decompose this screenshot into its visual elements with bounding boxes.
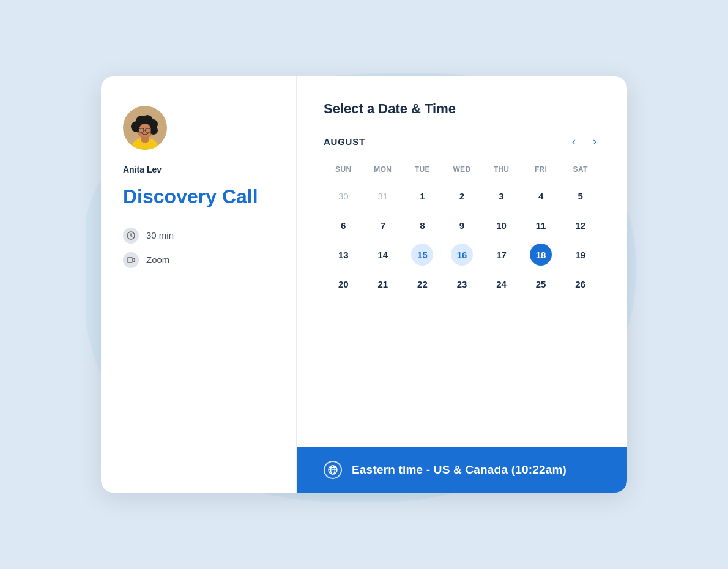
day-number-2-1: 14 — [372, 244, 394, 266]
calendar-day-0-0: 30 — [324, 181, 363, 210]
day-number-3-2: 22 — [411, 273, 433, 295]
calendar-day-2-0[interactable]: 13 — [324, 240, 363, 269]
calendar-day-1-0[interactable]: 6 — [324, 210, 363, 240]
calendar-day-2-3[interactable]: 16 — [442, 240, 482, 269]
day-number-2-4: 17 — [491, 244, 513, 266]
zoom-icon — [123, 252, 139, 268]
day-number-0-2: 1 — [411, 185, 433, 207]
day-number-3-5: 25 — [530, 273, 552, 295]
day-number-0-1: 31 — [372, 185, 394, 207]
day-number-2-6: 19 — [570, 244, 592, 266]
day-number-0-0: 30 — [332, 185, 354, 207]
calendar-day-1-5[interactable]: 11 — [521, 210, 561, 240]
day-number-2-5: 18 — [530, 244, 552, 266]
calendar-day-0-2[interactable]: 1 — [403, 181, 442, 210]
day-number-3-1: 21 — [372, 273, 394, 295]
calendar-day-2-2[interactable]: 15 — [403, 240, 442, 269]
calendar-header: AUGUST ‹ › — [324, 134, 600, 149]
host-name: Anita Lev — [123, 165, 274, 174]
timezone-bar[interactable]: Eastern time - US & Canada (10:22am) — [297, 447, 627, 493]
calendar-week-3: 13141516171819 — [324, 240, 600, 269]
day-number-1-4: 10 — [491, 214, 513, 236]
calendar-day-0-1: 31 — [363, 181, 403, 210]
day-number-0-5: 4 — [530, 185, 552, 207]
calendar-day-0-3[interactable]: 2 — [442, 181, 482, 210]
calendar-day-2-1[interactable]: 14 — [363, 240, 403, 269]
section-title: Select a Date & Time — [324, 101, 600, 117]
calendar-grid: SUN MON TUE WED THU FRI SAT 303112345678… — [324, 162, 600, 299]
day-number-0-3: 2 — [451, 185, 473, 207]
calendar-day-1-6[interactable]: 12 — [560, 210, 600, 240]
calendar-day-2-6[interactable]: 19 — [560, 240, 600, 269]
day-number-2-3: 16 — [451, 244, 473, 266]
clock-icon — [123, 228, 139, 244]
calendar-day-1-2[interactable]: 8 — [403, 210, 442, 240]
event-title: Discovery Call — [123, 185, 274, 208]
calendar-week-1: 303112345 — [324, 181, 600, 210]
globe-icon — [324, 461, 342, 479]
day-number-3-6: 26 — [570, 273, 592, 295]
calendar-day-3-4[interactable]: 24 — [481, 269, 521, 299]
day-number-0-4: 3 — [491, 185, 513, 207]
calendar-week-4: 20212223242526 — [324, 269, 600, 299]
calendar-day-3-5[interactable]: 25 — [521, 269, 561, 299]
calendar-day-2-5[interactable]: 18 — [521, 240, 561, 269]
calendar-nav: ‹ › — [568, 134, 600, 149]
day-number-3-4: 24 — [491, 273, 513, 295]
left-panel: Anita Lev Discovery Call 30 min — [101, 76, 297, 493]
day-number-0-6: 5 — [570, 185, 592, 207]
duration-label: 30 min — [146, 230, 174, 240]
day-number-1-1: 7 — [372, 214, 394, 236]
calendar-month: AUGUST — [324, 136, 568, 147]
next-month-button[interactable]: › — [589, 134, 600, 149]
weekday-thu: THU — [481, 162, 521, 181]
right-panel: Select a Date & Time AUGUST ‹ › SUN MON … — [297, 76, 627, 493]
calendar-day-1-1[interactable]: 7 — [363, 210, 403, 240]
day-number-3-3: 23 — [451, 273, 473, 295]
weekday-wed: WED — [442, 162, 482, 181]
duration-item: 30 min — [123, 228, 274, 244]
calendar-day-1-4[interactable]: 10 — [481, 210, 521, 240]
meeting-type-label: Zoom — [146, 255, 169, 265]
weekday-sat: SAT — [560, 162, 600, 181]
weekday-fri: FRI — [521, 162, 561, 181]
main-card: Anita Lev Discovery Call 30 min — [101, 76, 627, 493]
timezone-label: Eastern time - US & Canada (10:22am) — [352, 463, 566, 477]
calendar-day-3-6[interactable]: 26 — [560, 269, 600, 299]
event-meta: 30 min Zoom — [123, 228, 274, 268]
card-body: Anita Lev Discovery Call 30 min — [101, 76, 627, 493]
day-number-1-5: 11 — [530, 214, 552, 236]
day-number-2-2: 15 — [411, 244, 433, 266]
day-number-1-2: 8 — [411, 214, 433, 236]
calendar-day-3-2[interactable]: 22 — [403, 269, 442, 299]
calendar-day-0-6[interactable]: 5 — [560, 181, 600, 210]
day-number-2-0: 13 — [332, 244, 354, 266]
calendar-day-0-4[interactable]: 3 — [481, 181, 521, 210]
day-number-1-3: 9 — [451, 214, 473, 236]
calendar-day-2-4[interactable]: 17 — [481, 240, 521, 269]
calendar-day-3-3[interactable]: 23 — [442, 269, 482, 299]
day-number-1-0: 6 — [332, 214, 354, 236]
day-number-1-6: 12 — [570, 214, 592, 236]
calendar-day-3-1[interactable]: 21 — [363, 269, 403, 299]
day-number-3-0: 20 — [332, 273, 354, 295]
calendar-day-0-5[interactable]: 4 — [521, 181, 561, 210]
calendar-week-2: 6789101112 — [324, 210, 600, 240]
weekday-sun: SUN — [324, 162, 363, 181]
weekday-tue: TUE — [403, 162, 442, 181]
weekday-mon: MON — [363, 162, 403, 181]
meeting-type-item: Zoom — [123, 252, 274, 268]
prev-month-button[interactable]: ‹ — [568, 134, 579, 149]
calendar-day-3-0[interactable]: 20 — [324, 269, 363, 299]
avatar — [123, 106, 167, 150]
calendar-day-1-3[interactable]: 9 — [442, 210, 482, 240]
svg-rect-14 — [127, 258, 133, 262]
calendar: AUGUST ‹ › SUN MON TUE WED THU — [324, 134, 600, 433]
calendar-weekdays: SUN MON TUE WED THU FRI SAT — [324, 162, 600, 181]
